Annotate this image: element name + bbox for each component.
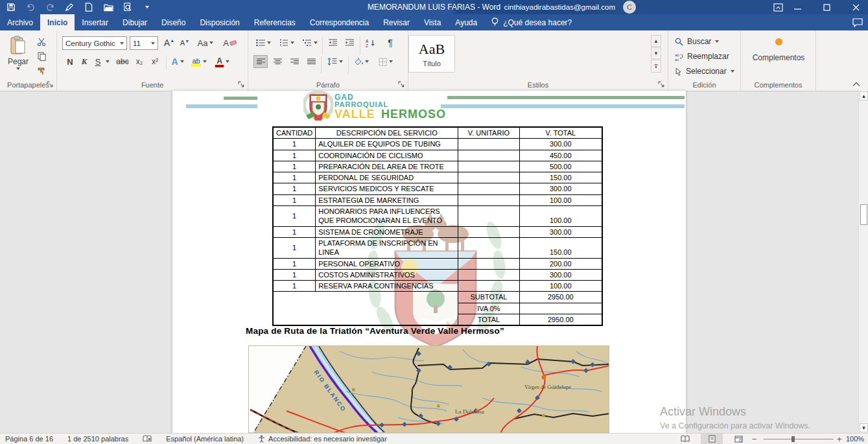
- clipboard-dialog-launcher-icon[interactable]: [47, 81, 54, 88]
- align-center-button[interactable]: [270, 55, 285, 68]
- ribbon-tab[interactable]: Vista: [417, 14, 448, 30]
- sort-button[interactable]: AZ: [362, 36, 379, 49]
- new-document-icon[interactable]: [83, 1, 95, 13]
- highlight-button[interactable]: ab: [189, 55, 209, 68]
- route-map[interactable]: RIO BLANCO La Dolorosa Virgen de Guadalu…: [248, 345, 609, 433]
- qat-customize-icon[interactable]: [141, 1, 153, 13]
- scroll-down-icon[interactable]: ▼: [860, 423, 868, 432]
- ribbon-tab[interactable]: Ayuda: [448, 14, 484, 30]
- multilevel-list-button[interactable]: [300, 36, 320, 49]
- font-size-select[interactable]: 11: [130, 36, 158, 50]
- zoom-percentage[interactable]: 100%: [846, 434, 864, 444]
- align-left-button[interactable]: [253, 55, 268, 68]
- zoom-in-button[interactable]: +: [837, 434, 842, 444]
- style-card[interactable]: AaB Título: [408, 35, 455, 73]
- font-dialog-launcher-icon[interactable]: [238, 81, 245, 88]
- cell-unitario: [458, 194, 519, 205]
- ribbon-tab[interactable]: Dibujar: [115, 14, 154, 30]
- styles-dialog-launcher-icon[interactable]: [658, 81, 665, 88]
- vertical-scrollbar[interactable]: ▲ ▼: [858, 91, 868, 433]
- align-right-button[interactable]: [287, 55, 301, 68]
- ribbon-tab[interactable]: Insertar: [75, 14, 115, 30]
- read-mode-button[interactable]: [674, 434, 696, 444]
- cell-unitario: [458, 237, 519, 258]
- ribbon-tab[interactable]: Correspondencia: [303, 14, 376, 30]
- styles-gallery-more-icon[interactable]: ⊽: [651, 60, 661, 73]
- scrollbar-thumb[interactable]: [860, 204, 867, 225]
- show-marks-button[interactable]: ¶: [383, 36, 397, 49]
- underline-menu-button[interactable]: [104, 55, 111, 68]
- group-clipboard: Pegar Portapapeles: [0, 30, 57, 91]
- ribbon-tab[interactable]: Revisar: [376, 14, 417, 30]
- ribbon-tab[interactable]: Archivo: [0, 14, 40, 30]
- paste-button[interactable]: Pegar: [8, 36, 29, 70]
- styles-scroll-down-icon[interactable]: ▼: [651, 47, 661, 59]
- paragraph-dialog-launcher-icon[interactable]: [398, 81, 405, 88]
- proofing-icon[interactable]: [143, 435, 152, 443]
- collapse-ribbon-icon[interactable]: [852, 82, 860, 87]
- ribbon-tab[interactable]: Referencias: [247, 14, 303, 30]
- page-indicator[interactable]: Página 6 de 16: [5, 435, 53, 443]
- group-addins: Complementos Complementos: [741, 30, 816, 91]
- borders-button[interactable]: [375, 55, 396, 68]
- ribbon-tab[interactable]: Disposición: [193, 14, 246, 30]
- accessibility-status[interactable]: Accesibilidad: es necesario investigar: [258, 435, 387, 443]
- save-icon[interactable]: [5, 1, 17, 13]
- strikethrough-button[interactable]: abc: [114, 55, 131, 68]
- web-layout-button[interactable]: [727, 434, 749, 444]
- tell-me-box[interactable]: ¿Qué desea hacer?: [484, 14, 579, 30]
- zoom-slider-track[interactable]: [764, 439, 834, 439]
- bold-button[interactable]: N: [64, 55, 76, 68]
- redo-icon[interactable]: [44, 1, 56, 13]
- account-email[interactable]: cinthiayadirabastidas@gmail.com: [504, 0, 615, 14]
- zoom-out-button[interactable]: −: [752, 434, 757, 444]
- copy-button[interactable]: [34, 51, 49, 62]
- comment-icon[interactable]: [852, 18, 863, 29]
- addins-button[interactable]: Complementos: [753, 38, 804, 62]
- change-case-button[interactable]: Aa: [194, 36, 217, 49]
- replace-button[interactable]: abac Reemplazar: [675, 52, 729, 61]
- text-effects-button[interactable]: A: [170, 55, 185, 68]
- bullet-list-button[interactable]: [253, 36, 273, 49]
- clear-formatting-button[interactable]: A: [222, 36, 239, 49]
- cost-table[interactable]: CANTIDAD DESCRIPCIÓN DEL SERVICIO V. UNI…: [272, 126, 603, 326]
- line-spacing-button[interactable]: [325, 55, 346, 68]
- superscript-button[interactable]: x²: [148, 55, 162, 68]
- shrink-font-button[interactable]: A▼: [178, 36, 192, 49]
- draw-touch-icon[interactable]: [64, 1, 75, 13]
- maximize-button[interactable]: [817, 0, 836, 14]
- format-painter-button[interactable]: [34, 65, 49, 77]
- avatar[interactable]: C: [623, 1, 636, 14]
- undo-icon[interactable]: [25, 1, 36, 13]
- ribbon-tab[interactable]: Inicio: [40, 14, 75, 30]
- grow-font-button[interactable]: A▲: [162, 36, 176, 49]
- table-row: 1 COORDINACIÓN DE CICLISMO 450.00: [273, 150, 602, 161]
- find-button[interactable]: Buscar: [675, 37, 719, 46]
- word-count[interactable]: 1 de 2510 palabras: [67, 435, 128, 443]
- ribbon-display-options-icon[interactable]: [768, 0, 788, 14]
- close-button[interactable]: [846, 0, 865, 14]
- cell-unitario: [458, 150, 519, 161]
- font-color-button[interactable]: A: [213, 55, 232, 68]
- cut-button[interactable]: [34, 36, 49, 47]
- zoom-slider-handle[interactable]: [792, 436, 795, 442]
- decrease-indent-button[interactable]: [325, 36, 340, 49]
- minimize-button[interactable]: [788, 0, 807, 14]
- font-family-select[interactable]: Century Gothic: [62, 36, 127, 50]
- print-preview-icon[interactable]: [122, 1, 134, 13]
- ribbon-tab[interactable]: Diseño: [154, 14, 193, 30]
- numbered-list-button[interactable]: [277, 36, 296, 49]
- open-folder-icon[interactable]: [102, 1, 114, 13]
- increase-indent-button[interactable]: [342, 36, 357, 49]
- scroll-up-icon[interactable]: ▲: [860, 91, 868, 100]
- select-button[interactable]: Seleccionar: [675, 67, 734, 76]
- shading-button[interactable]: [351, 55, 371, 68]
- styles-scroll-up-icon[interactable]: ▲: [651, 35, 661, 47]
- underline-button[interactable]: S: [92, 55, 104, 68]
- language-indicator[interactable]: Español (América latina): [166, 435, 244, 443]
- print-layout-button[interactable]: [701, 434, 723, 444]
- subscript-button[interactable]: x₂: [132, 55, 147, 68]
- style-label: Título: [423, 60, 441, 67]
- justify-button[interactable]: [304, 55, 318, 68]
- italic-button[interactable]: K: [78, 55, 91, 68]
